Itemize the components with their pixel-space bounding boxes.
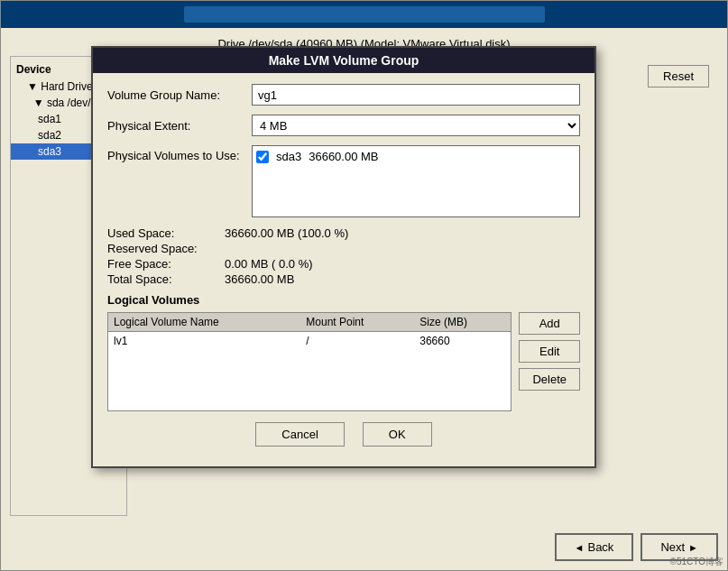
volume-group-name-label: Volume Group Name: xyxy=(107,88,252,102)
pv-size-sda3: 36660.00 MB xyxy=(309,150,378,163)
make-lvm-dialog: Make LVM Volume Group Volume Group Name:… xyxy=(91,46,596,468)
lv-col-size: Size (MB) xyxy=(414,313,511,332)
physical-extent-select[interactable]: 4 MB xyxy=(252,115,580,136)
total-space-row: Total Space: 36660.00 MB xyxy=(107,272,580,286)
add-lv-button[interactable]: Add xyxy=(519,312,580,335)
physical-volumes-section: Physical Volumes to Use: sda3 36660.00 M… xyxy=(107,145,580,217)
pv-name-sda3: sda3 xyxy=(276,150,301,163)
reset-button[interactable]: Reset xyxy=(648,65,709,87)
modal-title-bar: Make LVM Volume Group xyxy=(93,48,594,73)
edit-lv-button[interactable]: Edit xyxy=(519,340,580,363)
ok-button[interactable]: OK xyxy=(363,422,432,447)
delete-lv-button[interactable]: Delete xyxy=(519,368,580,391)
free-space-label: Free Space: xyxy=(107,257,225,271)
used-space-label: Used Space: xyxy=(107,226,225,240)
lv-row-size: 36660 xyxy=(414,332,511,351)
reserved-space-row: Reserved Space: xyxy=(107,242,580,255)
used-space-value: 36660.00 MB (100.0 %) xyxy=(225,226,580,240)
logical-volumes-table: Logical Volume Name Mount Point Size (MB… xyxy=(107,312,511,411)
reserved-space-value xyxy=(225,242,580,255)
top-bar-accent xyxy=(184,6,545,23)
next-arrow-icon xyxy=(688,540,698,554)
modal-body: Volume Group Name: Physical Extent: 4 MB… xyxy=(93,73,594,466)
lv-row-name: lv1 xyxy=(108,332,300,351)
physical-volumes-list: sda3 36660.00 MB xyxy=(252,145,580,217)
physical-volumes-label: Physical Volumes to Use: xyxy=(107,145,252,217)
table-row[interactable]: lv1 / 36660 xyxy=(108,332,511,351)
reserved-space-label: Reserved Space: xyxy=(107,242,225,255)
total-space-label: Total Space: xyxy=(107,272,225,286)
volume-group-name-row: Volume Group Name: xyxy=(107,84,580,106)
volume-group-name-input[interactable] xyxy=(252,84,580,106)
space-info: Used Space: 36660.00 MB (100.0 %) Reserv… xyxy=(107,226,580,286)
back-arrow-icon xyxy=(575,540,585,554)
free-space-value: 0.00 MB ( 0.0 %) xyxy=(225,257,580,271)
modal-footer: Cancel OK xyxy=(107,411,580,456)
reset-area: Reset xyxy=(648,65,709,87)
top-bar xyxy=(1,1,727,28)
logical-volumes-title: Logical Volumes xyxy=(107,293,580,307)
back-button[interactable]: Back xyxy=(555,533,634,561)
lv-buttons: Add Edit Delete xyxy=(519,312,580,411)
pv-item-sda3: sda3 36660.00 MB xyxy=(256,150,576,163)
installer-window: Drive /dev/sda (40960 MB) (Model: VMware… xyxy=(0,0,728,571)
used-space-row: Used Space: 36660.00 MB (100.0 %) xyxy=(107,226,580,240)
pv-checkbox-sda3[interactable] xyxy=(256,151,269,163)
lv-col-name: Logical Volume Name xyxy=(108,313,300,332)
total-space-value: 36660.00 MB xyxy=(225,272,580,286)
physical-extent-label: Physical Extent: xyxy=(107,119,252,133)
watermark: ©51CTO博客 xyxy=(670,556,723,568)
logical-volumes-area: Logical Volume Name Mount Point Size (MB… xyxy=(107,312,580,411)
physical-extent-row: Physical Extent: 4 MB xyxy=(107,115,580,136)
free-space-row: Free Space: 0.00 MB ( 0.0 %) xyxy=(107,257,580,271)
cancel-button[interactable]: Cancel xyxy=(255,422,344,447)
lv-col-mount: Mount Point xyxy=(300,313,414,332)
lv-row-mount: / xyxy=(300,332,414,351)
